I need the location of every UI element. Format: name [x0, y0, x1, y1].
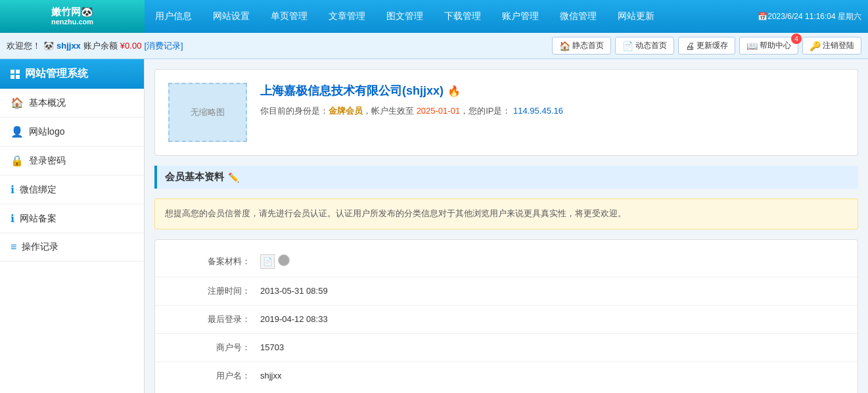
- toolbar-btn-动态首页[interactable]: 📄动态首页: [615, 37, 674, 55]
- toolbar-buttons: 🏠静态首页📄动态首页🖨更新缓存📖帮助中心4🔑注销登陆: [552, 37, 861, 55]
- file-icons: 📄: [260, 254, 290, 269]
- user-icon: 🐼: [43, 41, 54, 51]
- btn-label: 动态首页: [635, 40, 667, 51]
- info-label: 用户名：: [168, 370, 260, 382]
- help-badge: 4: [791, 34, 802, 44]
- info-value: shjjxx: [260, 371, 844, 381]
- nav-item-网站设置[interactable]: 网站设置: [202, 0, 260, 33]
- info-row: 备案材料： 📄: [155, 246, 857, 277]
- content-area: 无缩略图 上海嘉极信息技术有限公司(shjjxx) 🔥 你目前的身份是：金牌会员…: [145, 59, 868, 393]
- sidebar: 网站管理系统 🏠基本概况👤网站logo🔒登录密码ℹ微信绑定ℹ网站备案≡操作记录: [0, 59, 145, 393]
- sidebar-label: 操作记录: [22, 241, 58, 253]
- balance-label: 账户余额: [83, 40, 118, 52]
- profile-info: 上海嘉极信息技术有限公司(shjjxx) 🔥 你目前的身份是：金牌会员，帐户生效…: [260, 83, 844, 117]
- sidebar-title: 网站管理系统: [25, 67, 88, 81]
- toolbar-btn-帮助中心[interactable]: 📖帮助中心4: [739, 37, 798, 55]
- balance-amount: ¥0.00: [120, 41, 142, 51]
- info-value: 2019-04-12 08:33: [260, 314, 844, 324]
- btn-label: 注销登陆: [823, 40, 854, 51]
- toolbar-btn-静态首页[interactable]: 🏠静态首页: [552, 37, 611, 55]
- info-row: 用户名：shjjxx: [155, 362, 857, 390]
- top-navigation: 嫩竹网🐼 nenzhu.com 用户信息网站设置单页管理文章管理图文管理下载管理…: [0, 0, 868, 33]
- btn-icon: 🔑: [810, 41, 821, 51]
- nav-item-文章管理[interactable]: 文章管理: [318, 0, 376, 33]
- sidebar-icon: 👤: [11, 126, 24, 138]
- nav-item-微信管理[interactable]: 微信管理: [549, 0, 607, 33]
- toolbar-username: shjjxx: [57, 41, 81, 51]
- sidebar-label: 网站备案: [20, 213, 57, 225]
- welcome-label: 欢迎您！: [7, 40, 41, 52]
- nav-item-账户管理[interactable]: 账户管理: [491, 0, 549, 33]
- btn-label: 帮助中心: [760, 40, 791, 51]
- section-title: 会员基本资料: [165, 171, 224, 183]
- info-label: 注册时间：: [168, 285, 260, 297]
- main-layout: 网站管理系统 🏠基本概况👤网站logo🔒登录密码ℹ微信绑定ℹ网站备案≡操作记录 …: [0, 59, 868, 393]
- sidebar-icon: 🔒: [11, 154, 24, 167]
- nav-datetime: 📅 2023/6/24 11:16:04 星期六: [758, 11, 868, 22]
- info-label: 商户号：: [168, 342, 260, 354]
- sidebar-item-微信绑定[interactable]: ℹ微信绑定: [0, 175, 144, 204]
- calendar-icon: 📅: [758, 12, 767, 21]
- nav-item-单页管理[interactable]: 单页管理: [260, 0, 318, 33]
- sidebar-label: 基本概况: [29, 97, 66, 109]
- profile-thumbnail: 无缩略图: [168, 83, 247, 142]
- nav-item-下载管理[interactable]: 下载管理: [434, 0, 491, 33]
- site-logo: 嫩竹网🐼 nenzhu.com: [39, 3, 105, 30]
- info-label: 最后登录：: [168, 313, 260, 325]
- sidebar-label: 网站logo: [29, 126, 64, 138]
- nav-item-网站更新[interactable]: 网站更新: [607, 0, 665, 33]
- sidebar-item-网站logo[interactable]: 👤网站logo: [0, 118, 144, 147]
- sidebar-icon: 🏠: [11, 97, 24, 109]
- sidebar-item-操作记录[interactable]: ≡操作记录: [0, 233, 144, 262]
- btn-label: 更新缓存: [697, 40, 728, 51]
- sidebar-icon: ℹ: [11, 212, 14, 225]
- btn-icon: 📄: [622, 41, 633, 51]
- profile-meta: 你目前的身份是：金牌会员，帐户生效至 2025-01-01，您的IP是： 114…: [260, 105, 844, 117]
- sidebar-item-登录密码[interactable]: 🔒登录密码: [0, 147, 144, 175]
- sidebar-icon: ℹ: [11, 183, 14, 196]
- company-name: 上海嘉极信息技术有限公司(shjjxx) 🔥: [260, 83, 844, 99]
- sidebar-item-网站备案[interactable]: ℹ网站备案: [0, 204, 144, 233]
- sidebar-label: 登录密码: [29, 155, 66, 167]
- info-row: 最后登录：2019-04-12 08:33: [155, 306, 857, 334]
- sidebar-label: 微信绑定: [20, 184, 57, 196]
- btn-label: 静态首页: [572, 40, 604, 51]
- toolbar: 欢迎您！ 🐼 shjjxx 账户余额 ¥0.00 [消费记录] 🏠静态首页📄动态…: [0, 33, 868, 59]
- info-value: 15703: [260, 342, 844, 352]
- toolbar-btn-注销登陆[interactable]: 🔑注销登陆: [802, 37, 861, 55]
- sidebar-header: 网站管理系统: [0, 59, 144, 89]
- btn-icon: 📖: [746, 41, 758, 51]
- nav-item-用户信息[interactable]: 用户信息: [145, 0, 202, 33]
- notice-box: 想提高您的会员信誉度，请先进行会员认证。认证用户所发布的分类信息对于其他浏览用户…: [154, 198, 858, 229]
- sidebar-items: 🏠基本概况👤网站logo🔒登录密码ℹ微信绑定ℹ网站备案≡操作记录: [0, 89, 144, 262]
- grid-icon: [11, 70, 20, 79]
- toolbar-btn-更新缓存[interactable]: 🖨更新缓存: [678, 37, 735, 55]
- sidebar-icon: ≡: [11, 241, 16, 253]
- notice-text: 想提高您的会员信誉度，请先进行会员认证。认证用户所发布的分类信息对于其他浏览用户…: [165, 208, 626, 218]
- welcome-area: 欢迎您！ 🐼 shjjxx 账户余额 ¥0.00 [消费记录]: [7, 40, 547, 52]
- nav-item-图文管理[interactable]: 图文管理: [376, 0, 434, 33]
- profile-card: 无缩略图 上海嘉极信息技术有限公司(shjjxx) 🔥 你目前的身份是：金牌会员…: [154, 69, 858, 156]
- sidebar-item-基本概况[interactable]: 🏠基本概况: [0, 89, 144, 118]
- btn-icon: 🏠: [559, 41, 570, 51]
- member-section-header: 会员基本资料 ✏️: [154, 166, 858, 189]
- file-icon-2[interactable]: [278, 254, 290, 266]
- info-row: 商户号：15703: [155, 334, 857, 362]
- edit-icon[interactable]: ✏️: [228, 172, 239, 183]
- info-row: 注册时间：2013-05-31 08:59: [155, 277, 857, 306]
- consume-link[interactable]: [消费记录]: [144, 40, 183, 52]
- info-label: 备案材料：: [168, 256, 260, 267]
- info-table: 备案材料： 📄 注册时间：2013-05-31 08:59最后登录：2019-0…: [154, 239, 858, 393]
- file-icon-1[interactable]: 📄: [260, 254, 275, 269]
- datetime-text: 2023/6/24 11:16:04 星期六: [767, 11, 861, 22]
- hot-icon: 🔥: [447, 85, 461, 97]
- nav-menu: 用户信息网站设置单页管理文章管理图文管理下载管理账户管理微信管理网站更新: [145, 0, 758, 33]
- logo-area[interactable]: 嫩竹网🐼 nenzhu.com: [0, 0, 145, 33]
- info-value: 2013-05-31 08:59: [260, 286, 844, 296]
- btn-icon: 🖨: [685, 41, 695, 51]
